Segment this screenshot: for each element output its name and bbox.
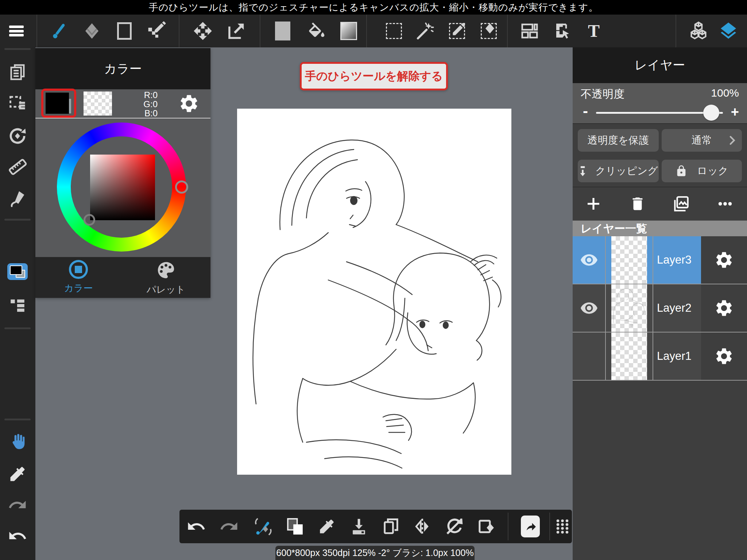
brush-tool-icon[interactable] xyxy=(49,22,68,40)
solid-swatch-icon[interactable] xyxy=(275,22,290,40)
brush-eraser-toggle-icon[interactable] xyxy=(252,516,273,537)
opacity-plus-button[interactable]: + xyxy=(731,105,739,118)
layer-row-layer1[interactable]: Layer1 xyxy=(573,332,747,381)
layer2-visibility-eye-icon[interactable] xyxy=(573,284,605,332)
layer3-name[interactable]: Layer3 xyxy=(653,236,701,284)
layers-panel: レイヤー 不透明度 100% - + 透明度を保護 通常 クリッピング ロック xyxy=(573,47,747,560)
dots-grid-icon[interactable] xyxy=(553,517,572,536)
brush-list-icon[interactable] xyxy=(8,296,27,314)
transform-tool-icon[interactable] xyxy=(227,21,246,41)
color-tab-icon xyxy=(69,260,88,279)
bottom-toolbar xyxy=(179,510,572,543)
color-swatch-row: R:0 G:0 B:0 xyxy=(35,89,210,118)
duplicate-icon[interactable] xyxy=(382,517,400,536)
add-layer-icon[interactable] xyxy=(585,195,602,213)
release-hand-tool-button[interactable]: 手のひらツールを解除する xyxy=(300,62,448,90)
transparent-color-swatch[interactable] xyxy=(84,92,112,116)
object-select-icon[interactable] xyxy=(553,21,573,41)
bottom-toolbar-divider xyxy=(508,513,508,540)
dot-pen-tool-icon[interactable] xyxy=(146,21,166,41)
current-color-swatch[interactable] xyxy=(41,89,76,118)
sv-cursor[interactable] xyxy=(84,214,95,226)
opacity-label: 不透明度 xyxy=(581,87,624,102)
marquee-select-icon[interactable] xyxy=(386,23,402,39)
gradient-tool-icon[interactable] xyxy=(340,22,357,40)
layer3-thumbnail[interactable] xyxy=(611,236,647,284)
eyedropper-icon[interactable] xyxy=(8,464,27,483)
sidebar-divider xyxy=(4,327,31,329)
left-sidebar xyxy=(0,47,35,560)
sidebar-divider xyxy=(4,419,31,420)
text-tool-icon[interactable]: T xyxy=(588,22,600,40)
material-pen-icon[interactable] xyxy=(8,189,27,208)
layer1-name[interactable]: Layer1 xyxy=(653,332,701,380)
layer2-thumbnail[interactable] xyxy=(611,284,647,332)
flip-horizontal-icon[interactable] xyxy=(413,517,432,536)
redo-icon[interactable] xyxy=(8,495,27,515)
clipping-button[interactable]: クリッピング xyxy=(578,160,659,182)
materials-icon[interactable] xyxy=(688,21,709,41)
lock-button[interactable]: ロック xyxy=(662,160,742,182)
fg-bg-color-icon[interactable] xyxy=(7,263,28,280)
color-panel: カラー R:0 G:0 B:0 カラー パレット xyxy=(35,48,210,298)
saturation-value-box[interactable] xyxy=(90,155,155,220)
panel-divide-icon[interactable] xyxy=(520,21,539,41)
reset-rotation-icon[interactable] xyxy=(444,516,465,537)
protect-alpha-button[interactable]: 透明度を保護 xyxy=(578,129,659,152)
layer1-visibility-eye-icon[interactable] xyxy=(573,332,605,380)
select-pen-icon[interactable] xyxy=(449,23,465,39)
share-icon[interactable] xyxy=(521,516,540,537)
move-tool-icon[interactable] xyxy=(193,21,213,41)
select-menu-icon[interactable] xyxy=(8,93,27,112)
menu-icon[interactable] xyxy=(9,26,24,36)
delete-layer-icon[interactable] xyxy=(629,195,646,212)
redo-icon[interactable] xyxy=(219,517,239,536)
layer-row-layer2[interactable]: Layer2 xyxy=(573,284,747,332)
magic-wand-icon[interactable] xyxy=(415,21,435,41)
layer2-settings-gear-icon[interactable] xyxy=(701,284,747,332)
clipping-icon xyxy=(578,164,592,178)
color-settings-gear-icon[interactable] xyxy=(178,93,200,114)
undo-icon[interactable] xyxy=(8,526,27,546)
eyedropper-icon[interactable] xyxy=(318,517,336,536)
color-panel-tabs: カラー パレット xyxy=(35,257,210,298)
chevron-right-icon xyxy=(726,134,738,147)
layers-icon[interactable] xyxy=(718,21,739,41)
layer-image-icon[interactable] xyxy=(672,195,690,213)
fill-bucket-icon[interactable] xyxy=(306,21,326,41)
eraser-tool-icon[interactable] xyxy=(82,21,102,41)
swap-colors-icon[interactable] xyxy=(285,516,306,537)
layers-panel-title: レイヤー xyxy=(573,47,747,83)
layer2-name[interactable]: Layer2 xyxy=(653,284,701,332)
layer3-visibility-eye-icon[interactable] xyxy=(573,236,605,284)
opacity-minus-button[interactable]: - xyxy=(583,105,588,118)
rotate-canvas-icon[interactable] xyxy=(8,126,27,146)
bottom-toolbar-divider xyxy=(549,513,550,540)
status-text: 600*800px 350dpi 125% -2° ブラシ: 1.0px 100… xyxy=(276,547,473,559)
undo-icon[interactable] xyxy=(186,517,206,536)
more-options-icon[interactable] xyxy=(717,195,734,212)
blend-mode-button[interactable]: 通常 xyxy=(662,129,742,152)
clear-icon[interactable] xyxy=(477,517,496,536)
notification-banner: 手のひらツールは、指でのジェスチャーによるキャンバスの拡大・縮小・移動のみが実行… xyxy=(0,0,747,15)
tab-color[interactable]: カラー xyxy=(47,260,109,295)
opacity-slider-knob[interactable] xyxy=(703,105,719,121)
layer3-settings-gear-icon[interactable] xyxy=(701,236,747,284)
select-eraser-icon[interactable] xyxy=(481,23,497,39)
ruler-icon[interactable] xyxy=(8,157,27,176)
drawing-canvas[interactable] xyxy=(237,109,511,475)
pages-icon[interactable] xyxy=(8,63,27,82)
layer1-thumbnail[interactable] xyxy=(611,332,647,380)
hand-tool-icon[interactable] xyxy=(8,432,27,452)
save-download-icon[interactable] xyxy=(349,517,369,536)
shape-rect-tool-icon[interactable] xyxy=(117,22,132,40)
layer1-settings-gear-icon[interactable] xyxy=(701,332,747,380)
blend-row: 透明度を保護 通常 xyxy=(573,124,747,158)
layer-list-header: レイヤー一覧 xyxy=(573,221,747,236)
layer-row-layer3[interactable]: Layer3 xyxy=(573,236,747,284)
hue-cursor[interactable] xyxy=(175,180,188,194)
opacity-value: 100% xyxy=(711,87,739,102)
top-toolbar: T xyxy=(0,15,747,47)
tab-palette[interactable]: パレット xyxy=(135,260,197,296)
opacity-section: 不透明度 100% - + xyxy=(573,83,747,124)
